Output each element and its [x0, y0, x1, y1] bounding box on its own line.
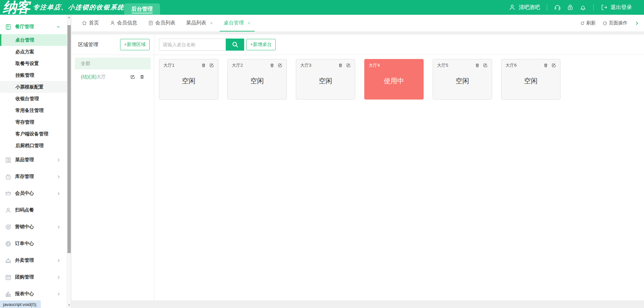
sidebar-group-member-center[interactable]: 会员中心: [0, 185, 67, 202]
table-cards-grid: 大厅1 空闲 大厅2 空闲 大厅3 空闲 大厅4: [154, 55, 644, 100]
main-content: 区域管理 +新增区域 全部 (结)(清)大厅 +新增桌: [71, 35, 644, 301]
table-card[interactable]: 大厅5 空闲: [433, 59, 492, 100]
user-name: 清吧酒吧: [519, 4, 540, 11]
sidebar-item-client-device[interactable]: 客户端设备管理: [0, 128, 67, 140]
region-item-all[interactable]: 全部: [75, 58, 151, 69]
trash-icon[interactable]: [475, 63, 480, 68]
topbar-right: 清吧酒吧 退出登录: [508, 0, 632, 15]
edit-icon[interactable]: [346, 63, 351, 68]
table-search-input[interactable]: [159, 39, 226, 51]
edit-icon[interactable]: [130, 74, 135, 79]
tab-member-list[interactable]: 会员列表: [144, 15, 179, 32]
sidebar-item-common-remarks[interactable]: 常用备注管理: [0, 105, 67, 116]
table-card[interactable]: 大厅1 空闲: [159, 59, 218, 100]
sidebar-group-dishes[interactable]: 菜品管理: [0, 151, 67, 168]
table-name: 大厅3: [300, 62, 311, 68]
chevron-down-icon: [56, 24, 61, 29]
page-actions-button[interactable]: 页面操作: [602, 20, 628, 26]
table-card[interactable]: 大厅6 空闲: [501, 59, 560, 100]
brand-logo: 纳客: [3, 0, 30, 15]
refresh-icon: [580, 21, 585, 26]
tab-home[interactable]: 首页: [77, 15, 103, 32]
region-list: 全部 (结)(清)大厅: [71, 55, 154, 87]
close-icon[interactable]: ×: [248, 20, 251, 26]
sidebar-item-receipt-template[interactable]: 小票模板配置: [0, 81, 67, 93]
headset-icon[interactable]: [554, 4, 561, 11]
table-toolbar: +新增桌台: [154, 35, 644, 55]
table-status: 空闲: [163, 76, 214, 85]
sidebar-group-inventory[interactable]: 库存管理: [0, 168, 67, 185]
sidebar-item-pickup-number[interactable]: 取餐号设置: [0, 58, 67, 69]
tabbar: 首页 会员信息 会员列表 菜品列表 × 桌台管理 × 刷新 页面操作: [71, 15, 644, 32]
sidebar-scrollbar-thumb[interactable]: [67, 25, 71, 253]
table-card[interactable]: 大厅2 空闲: [227, 59, 287, 100]
topbar-tab-backend[interactable]: 后台管理: [124, 3, 160, 15]
search-icon: [231, 41, 239, 48]
sidebar-group-takeout[interactable]: 外卖管理: [0, 252, 67, 269]
search-button[interactable]: [226, 39, 244, 51]
sidebar-group-order-center[interactable]: 订单中心: [0, 235, 67, 252]
sidebar-item-table-management[interactable]: 桌台管理: [0, 34, 67, 46]
sidebar-menu: 餐厅管理 桌台管理 必点方案 取餐号设置 挂账管理 小票模板配置 收银台管理 常…: [0, 15, 67, 302]
sidebar-item-must-order-plan[interactable]: 必点方案: [0, 46, 67, 58]
restaurant-icon: [5, 23, 12, 30]
table-card[interactable]: 大厅3 空闲: [296, 59, 355, 100]
trash-icon[interactable]: [543, 63, 548, 68]
sidebar-item-cashier-management[interactable]: 收银台管理: [0, 93, 67, 105]
topbar: 纳客 专注单店、小连锁的收银系统 后台管理 清吧酒吧 退出登录: [0, 0, 644, 15]
sidebar-group-marketing[interactable]: 营销中心: [0, 219, 67, 235]
region-panel-header: 区域管理 +新增区域: [71, 35, 154, 55]
topbar-tab-underline: [132, 13, 153, 13]
lock-icon[interactable]: [567, 4, 574, 11]
table-name: 大厅1: [163, 62, 174, 68]
refresh-button[interactable]: 刷新: [580, 20, 596, 26]
sidebar-group-reports[interactable]: 报表中心: [0, 286, 67, 302]
edit-icon[interactable]: [209, 63, 214, 68]
brand-tagline: 专注单店、小连锁的收银系统: [33, 3, 125, 12]
close-icon[interactable]: ×: [210, 20, 213, 26]
region-panel: 区域管理 +新增区域 全部 (结)(清)大厅: [71, 35, 154, 301]
table-card[interactable]: 大厅4 使用中: [364, 59, 424, 100]
tab-table-management[interactable]: 桌台管理 ×: [220, 15, 255, 32]
trash-icon[interactable]: [140, 74, 145, 79]
table-status: 空闲: [505, 76, 556, 85]
bell-icon[interactable]: [579, 4, 587, 11]
trash-icon[interactable]: [201, 63, 206, 68]
edit-icon[interactable]: [551, 63, 556, 68]
sidebar-group-scan-order[interactable]: 扫码点餐: [0, 202, 67, 219]
bar-chart-icon: [5, 291, 12, 298]
region-item-hall[interactable]: (结)(清)大厅: [75, 71, 151, 83]
scrollbar-down-arrow[interactable]: ▼: [67, 303, 71, 307]
table-name: 大厅6: [505, 62, 517, 68]
trash-icon[interactable]: [270, 63, 274, 68]
logout-button[interactable]: 退出登录: [600, 4, 632, 11]
target-icon: [5, 224, 12, 231]
chevron-right-icon[interactable]: [634, 21, 639, 26]
home-icon: [82, 20, 87, 26]
sidebar-item-deposit-management[interactable]: 寄存管理: [0, 116, 67, 128]
topbar-separator: [547, 4, 547, 10]
chevron-right-icon: [56, 225, 61, 229]
sidebar-item-credit-account[interactable]: 挂账管理: [0, 69, 67, 81]
table-status: 空闲: [232, 76, 282, 85]
tab-dish-list[interactable]: 菜品列表 ×: [182, 15, 217, 32]
user-menu[interactable]: 清吧酒吧: [508, 4, 540, 11]
table-status: 空闲: [300, 76, 351, 85]
region-panel-title: 区域管理: [78, 42, 98, 48]
gauge-icon: [602, 21, 607, 26]
sidebar-scrollbar[interactable]: ▲ ▼: [67, 15, 71, 308]
edit-icon[interactable]: [483, 63, 488, 68]
tab-member-info[interactable]: 会员信息: [106, 15, 141, 32]
sidebar-item-kitchen-station[interactable]: 后厨档口管理: [0, 140, 67, 151]
add-table-button[interactable]: +新增桌台: [246, 39, 276, 50]
chevron-right-icon: [56, 158, 61, 162]
add-region-button[interactable]: +新增区域: [120, 39, 150, 50]
chevron-right-icon: [56, 258, 61, 263]
table-name: 大厅5: [437, 62, 448, 68]
edit-icon[interactable]: [278, 63, 282, 68]
sidebar-group-restaurant[interactable]: 餐厅管理: [0, 19, 67, 34]
trash-icon[interactable]: [338, 63, 343, 68]
scrollbar-up-arrow[interactable]: ▲: [67, 15, 71, 19]
sidebar-group-group-buy[interactable]: 团购管理: [0, 269, 67, 286]
table-status: 空闲: [437, 76, 488, 85]
